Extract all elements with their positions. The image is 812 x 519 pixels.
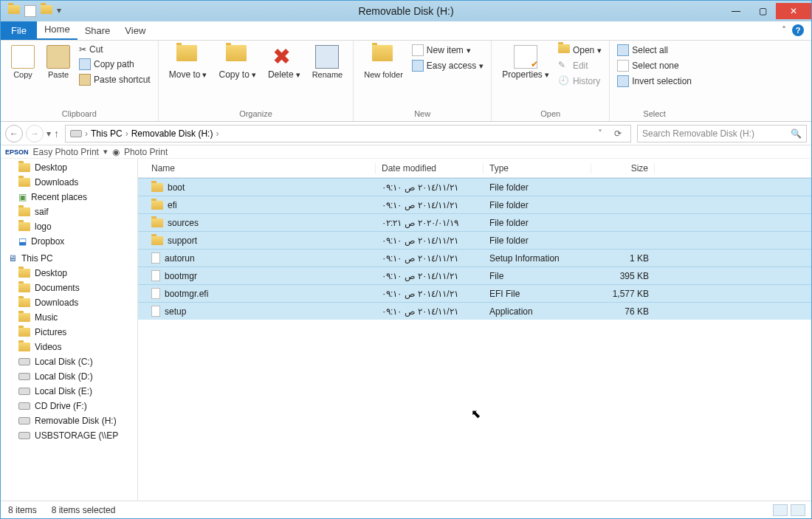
sidebar-item-recent-places[interactable]: ▣ Recent places (1, 190, 137, 204)
move-to-button[interactable]: Move to ▾ (165, 44, 212, 81)
table-row[interactable]: setup٢٠١٤/١١/٢١ ص ٠٩:١٠Application76 KB (138, 302, 811, 320)
sidebar-item-removable-disk--h--[interactable]: Removable Disk (H:) (1, 413, 137, 428)
qat-explorer-icon[interactable] (8, 5, 20, 17)
file-icon (151, 270, 160, 281)
file-size: 1 KB (591, 253, 655, 264)
window-title: Removable Disk (H:) (358, 5, 453, 17)
select-none-button[interactable]: Select none (616, 59, 693, 72)
file-name: sources (168, 218, 199, 228)
refresh-icon[interactable]: ⟳ (610, 128, 626, 139)
table-row[interactable]: bootmgr.efi٢٠١٤/١١/٢١ ص ٠٩:١٠EFI File1,5… (138, 284, 811, 302)
rename-button[interactable]: Rename (308, 44, 348, 80)
breadcrumb[interactable]: › This PC › Removable Disk (H:) › ˅ ⟳ (65, 125, 631, 142)
tab-view[interactable]: View (117, 21, 153, 40)
new-item-button[interactable]: New item ▾ (410, 44, 485, 57)
help-icon[interactable]: ? (792, 24, 804, 36)
table-row[interactable]: autorun٢٠١٤/١١/٢١ ص ٠٩:١٠Setup Informati… (138, 249, 811, 267)
collapse-ribbon-icon[interactable]: ˄ (782, 25, 786, 35)
file-type: File folder (484, 200, 591, 210)
sidebar-item-local-disk--d--[interactable]: Local Disk (D:) (1, 369, 137, 384)
select-all-button[interactable]: Select all (616, 44, 693, 57)
sidebar-item-dropbox[interactable]: ⬓ Dropbox (1, 234, 137, 249)
close-button[interactable]: ✕ (776, 3, 811, 19)
file-type: File (484, 271, 591, 281)
file-date: ٢٠١٤/١١/٢١ ص ٠٩:١٠ (376, 289, 484, 299)
sidebar-item-local-disk--c--[interactable]: Local Disk (C:) (1, 354, 137, 369)
easy-photo-print[interactable]: Easy Photo Print (33, 147, 99, 157)
edit-icon: ✎ (558, 60, 570, 72)
tab-file[interactable]: File (1, 21, 37, 40)
chevron-right-icon[interactable]: › (85, 128, 88, 139)
sidebar-item-saif[interactable]: saif (1, 204, 137, 219)
file-list[interactable]: Name Date modified Type Size boot٢٠١٤/١١… (138, 159, 811, 501)
invert-selection-button[interactable]: Invert selection (616, 75, 693, 88)
table-row[interactable]: efi٢٠١٤/١١/٢١ ص ٠٩:١٠File folder (138, 196, 811, 213)
table-row[interactable]: sources٢٠٢٠/٠١/١٩ ص ٠٢:٢١File folder (138, 213, 811, 231)
col-type[interactable]: Type (484, 163, 591, 173)
column-headers[interactable]: Name Date modified Type Size (138, 159, 811, 178)
details-view-button[interactable] (773, 504, 788, 516)
open-button[interactable]: Open ▾ (557, 44, 603, 57)
sidebar-item-downloads[interactable]: Downloads (1, 295, 137, 310)
col-size[interactable]: Size (591, 163, 655, 173)
back-button[interactable]: ← (5, 125, 23, 142)
address-dropdown-icon[interactable]: ˅ (593, 128, 607, 139)
thumbnails-view-button[interactable] (791, 504, 805, 516)
scissors-icon: ✂ (79, 44, 86, 55)
sidebar-item-usbstorage----ep[interactable]: USBSTORAGE (\\EP (1, 428, 137, 443)
qat-newfolder-icon[interactable] (41, 5, 52, 17)
col-name[interactable]: Name (145, 163, 376, 173)
sidebar-thispc[interactable]: 🖥 This PC (1, 249, 137, 266)
new-folder-button[interactable]: New folder (359, 44, 407, 80)
breadcrumb-location[interactable]: Removable Disk (H:) (131, 128, 213, 139)
qat-properties-icon[interactable] (24, 5, 36, 17)
file-type: File folder (484, 182, 591, 193)
cut-button[interactable]: ✂Cut (78, 44, 152, 55)
sidebar-item-documents[interactable]: Documents (1, 281, 137, 295)
sidebar-item-videos[interactable]: Videos (1, 340, 137, 354)
tab-share[interactable]: Share (78, 21, 118, 40)
sidebar-item-desktop[interactable]: Desktop (1, 266, 137, 281)
table-row[interactable]: support٢٠١٤/١١/٢١ ص ٠٩:١٠File folder (138, 231, 811, 249)
search-input[interactable]: Search Removable Disk (H:) 🔍 (637, 125, 807, 142)
delete-button[interactable]: ✖Delete ▾ (264, 44, 305, 81)
chevron-right-icon[interactable]: › (125, 128, 128, 139)
chevron-right-icon[interactable]: › (216, 128, 219, 139)
paste-button[interactable]: Paste (42, 44, 75, 80)
properties-button[interactable]: ✔Properties ▾ (498, 44, 554, 81)
sidebar-item-pictures[interactable]: Pictures (1, 325, 137, 340)
folder-icon (151, 219, 163, 227)
group-label-clipboard: Clipboard (7, 108, 152, 118)
folder-icon (151, 201, 163, 210)
sidebar-item-music[interactable]: Music (1, 310, 137, 325)
copy-path-button[interactable]: Copy path (78, 58, 152, 71)
paste-shortcut-button[interactable]: Paste shortcut (78, 73, 152, 86)
file-date: ٢٠١٤/١١/٢١ ص ٠٩:١٠ (376, 236, 484, 246)
qat-dropdown-icon[interactable]: ▾ (57, 5, 61, 17)
breadcrumb-thispc[interactable]: This PC (91, 128, 123, 139)
up-button[interactable]: ↑ (54, 128, 59, 140)
table-row[interactable]: boot٢٠١٤/١١/٢١ ص ٠٩:١٠File folder (138, 178, 811, 196)
sidebar-item-desktop[interactable]: Desktop (1, 160, 137, 175)
sidebar-item-downloads[interactable]: Downloads (1, 175, 137, 190)
sidebar-item-local-disk--e--[interactable]: Local Disk (E:) (1, 384, 137, 399)
copy-to-button[interactable]: Copy to ▾ (214, 44, 260, 81)
minimize-button[interactable]: — (723, 3, 749, 19)
navigation-pane[interactable]: Desktop Downloads▣ Recent places saif lo… (1, 159, 138, 501)
tab-home[interactable]: Home (37, 20, 78, 40)
forward-button[interactable]: → (26, 125, 44, 142)
table-row[interactable]: bootmgr٢٠١٤/١١/٢١ ص ٠٩:١٠File395 KB (138, 267, 811, 284)
cursor-icon: ⬉ (471, 407, 481, 421)
easy-access-button[interactable]: Easy access ▾ (410, 59, 485, 72)
maximize-button[interactable]: ▢ (749, 3, 776, 19)
sidebar-item-logo[interactable]: logo (1, 219, 137, 234)
col-date[interactable]: Date modified (376, 163, 484, 173)
file-date: ٢٠٢٠/٠١/١٩ ص ٠٢:٢١ (376, 218, 484, 228)
recent-dropdown-icon[interactable]: ▾ (47, 128, 51, 139)
status-selected: 8 items selected (52, 505, 116, 515)
photo-print[interactable]: Photo Print (124, 147, 168, 157)
sidebar-item-cd-drive--f--[interactable]: CD Drive (F:) (1, 399, 137, 413)
history-button[interactable]: 🕘History (557, 75, 603, 88)
edit-button[interactable]: ✎Edit (557, 59, 603, 72)
copy-button[interactable]: Copy (7, 44, 39, 80)
